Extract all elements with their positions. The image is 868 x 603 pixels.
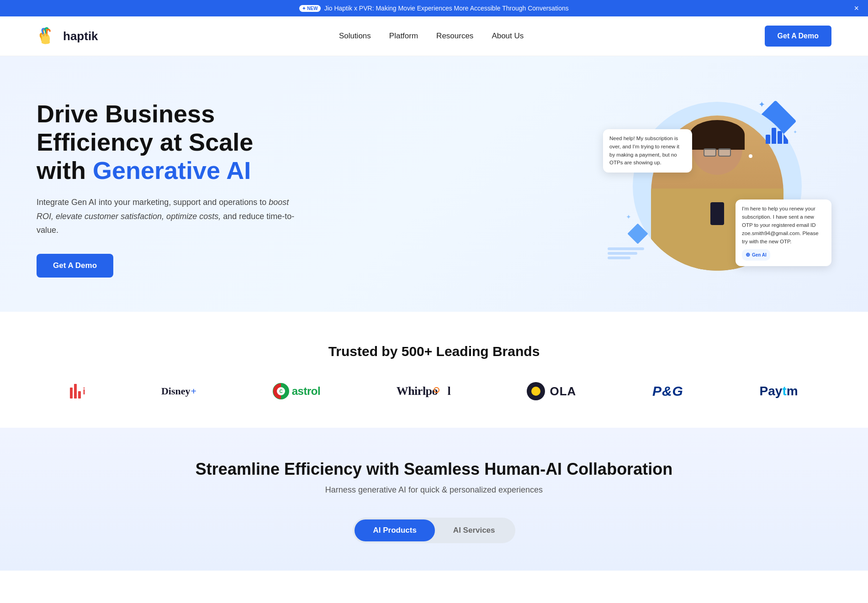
irctc-bars-icon — [70, 384, 81, 399]
brand-castrol: C astrol — [273, 383, 320, 399]
streamline-subtitle: Harness generative AI for quick & person… — [37, 485, 831, 495]
tab-ai-services[interactable]: AI Services — [435, 519, 513, 541]
nav-platform[interactable]: Platform — [389, 31, 418, 41]
hero-cta-button[interactable]: Get A Demo — [37, 254, 113, 278]
hero-content: Drive Business Efficiency at Scale with … — [37, 100, 302, 278]
new-badge: ✦ NEW — [299, 5, 320, 12]
trusted-title: Trusted by 500+ Leading Brands — [37, 344, 831, 359]
brand-whirlpool: Whirlp o l — [397, 384, 451, 398]
main-nav: Solutions Platform Resources About Us — [339, 31, 524, 41]
brand-ola: OLA — [527, 382, 576, 400]
trusted-section: Trusted by 500+ Leading Brands i Disney … — [0, 312, 868, 428]
hero-subtitle: Integrate Gen AI into your marketing, su… — [37, 195, 302, 237]
brand-irctc: i — [70, 384, 85, 399]
sparkle-bottom-left: ✦ — [626, 213, 631, 220]
brand-paytm: Paytm — [760, 384, 798, 399]
header-get-demo-button[interactable]: Get A Demo — [765, 26, 831, 47]
logo-text: haptik — [63, 29, 98, 43]
tab-pills: AI Products AI Services — [353, 518, 515, 543]
castrol-icon: C — [273, 383, 289, 399]
logo[interactable]: haptik — [37, 25, 98, 47]
nav-solutions[interactable]: Solutions — [339, 31, 371, 41]
brand-pg: P&G — [652, 383, 683, 399]
svg-text:C: C — [279, 389, 282, 394]
lines-icon — [608, 247, 644, 259]
chat-bubble-user: Need help! My subscription is over, and … — [603, 129, 692, 173]
hero-section: Drive Business Efficiency at Scale with … — [0, 56, 868, 312]
announcement-text: Jio Haptik x PVR: Making Movie Experienc… — [324, 5, 569, 12]
tab-ai-products[interactable]: AI Products — [355, 519, 434, 541]
hero-visual: ✦ ✦ — [603, 93, 831, 284]
bar-chart — [766, 125, 788, 144]
chat-bubble-bot: I'm here to help you renew your subscrip… — [736, 199, 831, 266]
nav-resources[interactable]: Resources — [436, 31, 473, 41]
header: haptik Solutions Platform Resources Abou… — [0, 16, 868, 56]
close-button[interactable]: × — [854, 4, 859, 12]
streamline-section: Streamline Efficiency with Seamless Huma… — [0, 428, 868, 571]
gen-ai-badge: ⊕ Gen AI — [742, 249, 770, 261]
announcement-bar: ✦ NEW Jio Haptik x PVR: Making Movie Exp… — [0, 0, 868, 16]
haptik-logo-icon — [37, 25, 59, 47]
streamline-title: Streamline Efficiency with Seamless Huma… — [37, 460, 831, 479]
hero-title: Drive Business Efficiency at Scale with … — [37, 100, 302, 184]
ola-circle-icon — [527, 382, 545, 400]
brand-disney: Disney + — [161, 385, 196, 397]
ola-inner-circle — [531, 387, 540, 396]
nav-about[interactable]: About Us — [492, 31, 524, 41]
brands-row: i Disney + C astrol Whirlp o l — [37, 382, 831, 400]
sparkle-top: ✦ — [758, 100, 765, 110]
sparkle-small: ✦ — [793, 129, 797, 135]
